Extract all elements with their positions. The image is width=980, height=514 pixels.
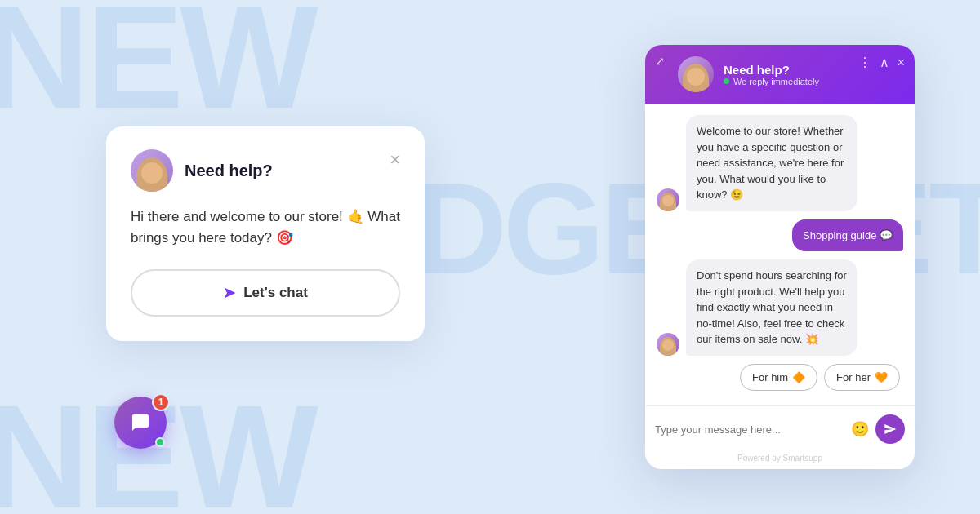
send-icon: ➤ (223, 284, 235, 302)
agent-avatar-1 (657, 188, 679, 211)
chat-header-actions: ⋮ ∧ × (858, 55, 905, 70)
for-him-emoji: 🔶 (792, 371, 805, 383)
chat-window: ⤢ Need help? We reply immediately ⋮ ∧ × … (645, 45, 915, 469)
message-bubble-1: Welcome to our store! Whether you have a… (686, 115, 858, 211)
expand-icon[interactable]: ⤢ (655, 55, 665, 68)
message-text-1: Welcome to our store! Whether you have a… (697, 125, 844, 201)
message-row-3: Don't spend hours searching for the righ… (657, 259, 903, 356)
chat-header-info: Need help? We reply immediately (724, 63, 819, 86)
chat-header: ⤢ Need help? We reply immediately ⋮ ∧ × (645, 45, 915, 104)
message-text-3: Don't spend hours searching for the righ… (697, 269, 847, 345)
online-status-dot (155, 437, 165, 447)
minimize-icon[interactable]: ∧ (880, 55, 889, 70)
agent-avatar-3 (657, 333, 679, 356)
chat-bubble-icon (129, 411, 152, 434)
chat-messages: Welcome to our store! Whether you have a… (645, 104, 915, 405)
send-icon (884, 423, 897, 436)
popup-header: Need help? × (131, 149, 400, 192)
for-her-emoji: 🧡 (875, 371, 888, 383)
message-row-1: Welcome to our store! Whether you have a… (657, 115, 903, 211)
close-icon[interactable]: × (898, 55, 905, 70)
quick-replies: For him 🔶 For her 🧡 (657, 364, 903, 391)
chat-input-area: 🙂 (645, 405, 915, 454)
quick-reply-for-her[interactable]: For her 🧡 (824, 364, 900, 391)
emoji-picker-button[interactable]: 🙂 (851, 420, 869, 438)
chat-window-title: Need help? (724, 63, 819, 77)
chat-status: We reply immediately (724, 77, 819, 86)
popup-body: Hi there and welcome to our store! 🤙 Wha… (131, 206, 400, 250)
float-chat-button[interactable]: 1 (114, 397, 167, 449)
popup-avatar (131, 149, 173, 192)
chat-message-input[interactable] (655, 423, 844, 436)
popup-title: Need help? (185, 162, 273, 180)
lets-chat-button[interactable]: ➤ Let's chat (131, 269, 400, 317)
message-text-2: Shopping guide 💬 (803, 229, 893, 241)
for-her-label: For her (836, 371, 871, 383)
message-bubble-3: Don't spend hours searching for the righ… (686, 259, 858, 356)
message-bubble-2: Shopping guide 💬 (792, 219, 903, 252)
watermark-new-top: NEW (0, 0, 314, 131)
chat-footer: Powered by Smartsupp (645, 454, 915, 469)
status-dot (724, 78, 729, 84)
more-options-icon[interactable]: ⋮ (858, 55, 871, 70)
send-message-button[interactable] (875, 414, 905, 444)
chat-header-avatar (678, 56, 714, 92)
notification-badge: 1 (152, 393, 170, 411)
lets-chat-label: Let's chat (243, 285, 308, 301)
quick-reply-for-him[interactable]: For him 🔶 (740, 364, 817, 391)
popup-close-button[interactable]: × (390, 149, 400, 171)
message-row-2: Shopping guide 💬 (657, 219, 903, 252)
chat-status-text: We reply immediately (733, 77, 819, 86)
for-him-label: For him (752, 371, 788, 383)
popup-card: Need help? × Hi there and welcome to our… (106, 126, 425, 341)
